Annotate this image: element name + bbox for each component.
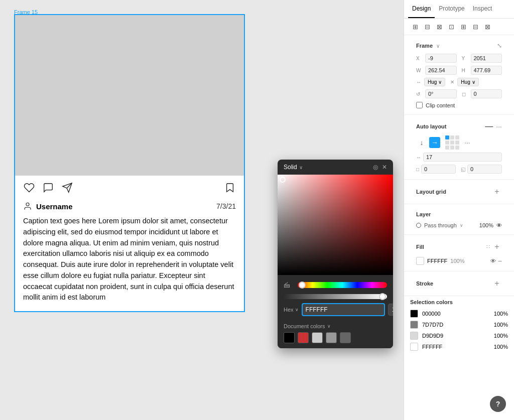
card-actions-left: [23, 182, 73, 194]
auto-layout-more-icon[interactable]: ···: [496, 122, 502, 130]
cp-style-icon[interactable]: ◎: [373, 164, 378, 171]
y-input[interactable]: [471, 54, 502, 63]
hug-height-chip[interactable]: Hug ∨: [457, 78, 478, 86]
hug-width-chip[interactable]: Hug ∨: [424, 78, 445, 86]
layout-grid-add-icon[interactable]: +: [492, 187, 502, 197]
auto-layout-title: Auto layout: [416, 123, 447, 129]
rotation-input[interactable]: [425, 89, 457, 98]
al-alignment-grid[interactable]: [445, 135, 459, 150]
align-bottom-icon[interactable]: ⊟: [470, 22, 480, 32]
sel-color-row-1: 7D7D7D 100%: [410, 319, 508, 330]
al-padding-input[interactable]: [421, 165, 456, 174]
sel-hex-0[interactable]: 000000: [422, 311, 441, 317]
layer-eye-icon[interactable]: 👁: [496, 222, 502, 228]
cp-header: Solid ∨ ◎ ✕: [278, 160, 393, 175]
cp-swatch-0[interactable]: [284, 332, 295, 343]
al-more-icon[interactable]: ···: [464, 138, 470, 147]
fill-add-icon[interactable]: +: [492, 242, 502, 252]
fill-row: FFFFFF 100% 👁 −: [410, 255, 508, 267]
align-right-icon[interactable]: ⊠: [434, 22, 444, 32]
layer-title: Layer: [416, 211, 431, 217]
layer-opacity[interactable]: 100%: [479, 222, 493, 228]
al-dot-bl[interactable]: [445, 146, 449, 150]
stroke-add-icon[interactable]: +: [492, 278, 502, 289]
blend-mode-label[interactable]: Pass through: [424, 222, 457, 228]
help-button[interactable]: ?: [490, 396, 506, 412]
auto-layout-minus-icon[interactable]: —: [485, 122, 493, 131]
fill-dots-icon[interactable]: ∷: [486, 244, 490, 250]
fill-color-value[interactable]: FFFFFF: [427, 258, 447, 264]
panel-scroll: ⊞ ⊟ ⊠ ⊡ ⊞ ⊟ ⊠ Frame ∨ ⤡ X Y: [404, 19, 514, 420]
x-input[interactable]: [425, 54, 457, 63]
alpha-thumb[interactable]: [379, 293, 386, 300]
xy-row: X Y: [410, 52, 508, 64]
tab-inspect[interactable]: Inspect: [469, 0, 496, 18]
layer-left: Pass through ∨: [416, 222, 463, 228]
eyedropper-icon[interactable]: 🖮: [284, 280, 294, 290]
al-dot-ml[interactable]: [445, 141, 449, 145]
resize-icon[interactable]: ⤡: [497, 42, 502, 49]
cp-alpha-input[interactable]: [388, 304, 393, 316]
align-left-icon[interactable]: ⊞: [410, 22, 420, 32]
fill-eye-icon[interactable]: 👁: [490, 258, 496, 264]
cp-swatch-2[interactable]: [312, 332, 323, 343]
al-corner-input[interactable]: [467, 165, 502, 174]
cp-swatch-3[interactable]: [326, 332, 337, 343]
corner-input[interactable]: [471, 89, 502, 98]
color-gradient[interactable]: [278, 175, 393, 275]
share-icon[interactable]: [61, 182, 73, 194]
al-dot-mc[interactable]: [450, 141, 454, 145]
tab-prototype[interactable]: Prototype: [435, 0, 468, 18]
clip-content-checkbox[interactable]: [416, 102, 423, 108]
cp-type-label: Solid: [284, 164, 297, 171]
cp-swatch-1[interactable]: [298, 332, 309, 343]
heart-icon[interactable]: [23, 182, 35, 194]
al-dot-tl[interactable]: [445, 135, 449, 139]
sel-hex-1[interactable]: 7D7D7D: [422, 322, 443, 328]
al-dot-tc[interactable]: [450, 135, 454, 139]
align-top-icon[interactable]: ⊡: [446, 22, 456, 32]
al-dot-bc[interactable]: [450, 146, 454, 150]
layout-grid-section: Layout grid +: [404, 180, 514, 204]
sel-swatch-0[interactable]: [410, 310, 418, 318]
hue-bar[interactable]: [298, 282, 387, 288]
sel-swatch-3[interactable]: [410, 343, 418, 351]
al-spacing-input[interactable]: [423, 153, 502, 162]
sel-swatch-2[interactable]: [410, 332, 418, 340]
cp-hex-chevron-icon[interactable]: ∨: [295, 307, 299, 312]
al-down-icon[interactable]: ↓: [416, 137, 427, 148]
cp-swatch-4[interactable]: [340, 332, 351, 343]
fill-opacity[interactable]: 100%: [450, 258, 464, 264]
w-input[interactable]: [425, 66, 457, 75]
cp-hex-input[interactable]: [302, 303, 385, 316]
hue-thumb[interactable]: [299, 282, 306, 289]
sel-color-left-1: 7D7D7D: [410, 321, 443, 329]
align-center-h-icon[interactable]: ⊟: [422, 22, 432, 32]
blend-chevron-icon[interactable]: ∨: [460, 223, 463, 228]
al-right-icon[interactable]: →: [429, 137, 440, 148]
alpha-bar[interactable]: [284, 294, 387, 299]
cp-close-icon[interactable]: ✕: [382, 164, 387, 171]
tab-design[interactable]: Design: [408, 0, 435, 18]
al-dot-mr[interactable]: [455, 141, 459, 145]
sel-hex-2[interactable]: D9D9D9: [422, 333, 443, 339]
al-corner-icon: ◱: [461, 167, 465, 172]
sel-swatch-1[interactable]: [410, 321, 418, 329]
fill-remove-icon[interactable]: −: [498, 257, 502, 265]
fill-swatch[interactable]: [416, 257, 424, 265]
frame-chevron-icon[interactable]: ∨: [436, 43, 440, 49]
rotation-label-icon: ↺: [416, 91, 423, 97]
distribute-icon[interactable]: ⊠: [482, 22, 492, 32]
cp-type-dropdown[interactable]: Solid ∨: [284, 164, 303, 171]
al-dot-br[interactable]: [455, 146, 459, 150]
al-dot-tr[interactable]: [455, 135, 459, 139]
sel-hex-3[interactable]: FFFFFF: [422, 344, 442, 350]
cp-doc-chevron-icon[interactable]: ∨: [327, 324, 331, 329]
layout-grid-title: Layout grid: [416, 189, 446, 195]
align-center-v-icon[interactable]: ⊞: [458, 22, 468, 32]
al-spacing-row: ↔: [410, 151, 508, 163]
bookmark-icon[interactable]: [224, 182, 236, 194]
comment-icon[interactable]: [42, 182, 54, 194]
h-input[interactable]: [471, 66, 502, 75]
sel-color-row-0: 000000 100%: [410, 308, 508, 319]
